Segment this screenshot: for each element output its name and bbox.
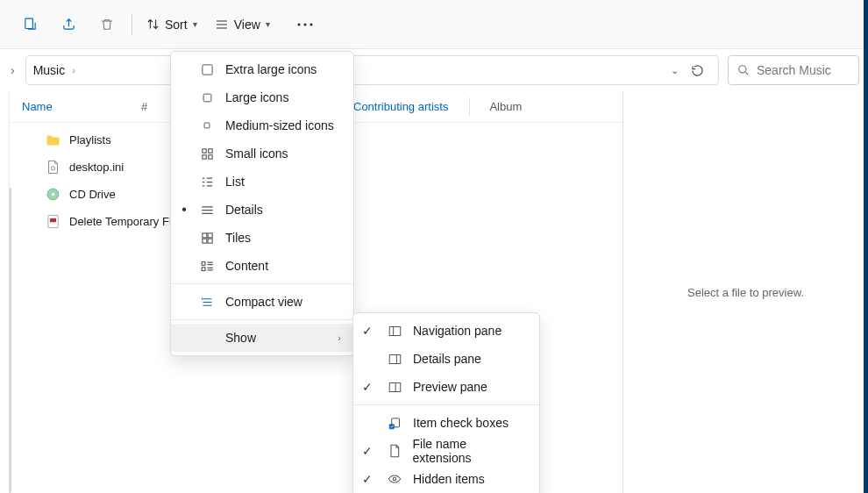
menu-item-compact-view[interactable]: Compact view: [171, 288, 353, 316]
svg-rect-11: [203, 94, 211, 102]
checkbox-icon: [387, 417, 402, 430]
menu-label: Show: [225, 331, 256, 345]
preview-empty-text: Select a file to preview.: [687, 286, 804, 299]
scrollbar[interactable]: [9, 188, 11, 493]
preview-pane: Select a file to preview.: [623, 91, 868, 493]
folder-icon: [45, 134, 60, 146]
breadcrumb-wrap: Music › ⌄: [25, 55, 719, 85]
menu-separator: [353, 404, 539, 405]
more-button[interactable]: [286, 7, 324, 42]
chevron-right-icon: ›: [338, 332, 341, 343]
menu-item-navigation-pane[interactable]: ✓ Navigation pane: [353, 317, 539, 345]
menu-label: Item check boxes: [413, 416, 509, 430]
toolbar-separator: [132, 14, 132, 35]
search-placeholder: Search Music: [757, 63, 831, 77]
details-pane-icon: [387, 354, 402, 365]
menu-item-item-check-boxes[interactable]: Item check boxes: [353, 409, 539, 437]
svg-point-4: [739, 66, 746, 73]
search-icon: [737, 64, 750, 76]
menu-item-medium-icons[interactable]: Medium-sized icons: [171, 111, 353, 139]
cd-drive-icon: [45, 187, 60, 202]
row-label: CD Drive: [69, 188, 116, 201]
md-icon: [199, 119, 215, 132]
menu-item-small-icons[interactable]: Small icons: [171, 139, 353, 168]
content-icon: [199, 261, 215, 272]
svg-rect-17: [202, 232, 206, 237]
file-ext-icon: [387, 444, 402, 458]
ini-file-icon: [45, 160, 60, 175]
check-icon: ✓: [362, 380, 376, 394]
view-menu: Extra large icons Large icons Medium-siz…: [170, 51, 354, 356]
svg-point-1: [297, 23, 300, 25]
col-contributing[interactable]: Contributing artists: [341, 100, 460, 113]
bullet-selected: •: [180, 202, 189, 218]
menu-item-extra-large-icons[interactable]: Extra large icons: [171, 55, 353, 83]
menu-item-list[interactable]: List: [171, 168, 353, 196]
menu-item-preview-pane[interactable]: ✓ Preview pane: [353, 373, 539, 401]
svg-rect-16: [208, 154, 211, 158]
menu-item-file-name-extensions[interactable]: ✓ File name extensions: [353, 437, 539, 465]
svg-rect-15: [202, 154, 205, 158]
back-chevron-icon[interactable]: ›: [9, 63, 17, 77]
sort-button[interactable]: Sort ▾: [138, 7, 206, 42]
svg-rect-0: [25, 18, 32, 28]
nav-pane-icon: [387, 325, 402, 337]
menu-separator: [171, 283, 353, 284]
sm-icon: [199, 147, 215, 161]
menu-label: Details pane: [413, 352, 481, 366]
new-button[interactable]: [11, 7, 49, 42]
svg-rect-27: [389, 424, 394, 428]
svg-rect-13: [202, 148, 205, 152]
menu-label: Preview pane: [413, 380, 487, 394]
toolbar: Sort ▾ View ▾: [0, 0, 868, 49]
svg-rect-21: [202, 261, 205, 265]
svg-point-3: [309, 23, 312, 25]
svg-rect-20: [208, 239, 212, 243]
col-album[interactable]: Album: [469, 97, 534, 117]
exe-file-icon: [45, 214, 60, 229]
menu-separator: [171, 319, 353, 320]
view-button[interactable]: View ▾: [206, 7, 279, 42]
compact-icon: [199, 296, 215, 309]
hidden-icon: [387, 474, 402, 484]
svg-point-28: [393, 477, 395, 480]
row-label: desktop.ini: [69, 161, 124, 174]
show-submenu: ✓ Navigation pane Details pane ✓ Preview…: [352, 312, 540, 493]
window-edge: [864, 0, 868, 493]
xl-icon: [199, 63, 215, 76]
view-label: View: [234, 18, 260, 32]
menu-label: Compact view: [225, 295, 302, 309]
history-chevron-icon[interactable]: ⌄: [671, 65, 679, 76]
check-icon: ✓: [362, 324, 376, 338]
menu-label: List: [225, 175, 245, 189]
svg-rect-9: [49, 218, 55, 222]
menu-label: Extra large icons: [225, 62, 317, 76]
chevron-down-icon: ▾: [193, 19, 197, 29]
svg-rect-23: [389, 326, 401, 335]
row-label: Delete Temporary Fi...: [69, 215, 181, 228]
check-icon: ✓: [362, 444, 376, 458]
menu-label: Hidden items: [413, 472, 485, 486]
menu-label: File name extensions: [413, 437, 527, 465]
chevron-right-icon[interactable]: ›: [68, 65, 79, 75]
menu-item-large-icons[interactable]: Large icons: [171, 83, 353, 111]
menu-label: Large icons: [225, 90, 288, 104]
svg-point-7: [51, 193, 54, 196]
svg-rect-10: [202, 64, 211, 74]
refresh-icon[interactable]: [691, 64, 704, 77]
menu-item-content[interactable]: Content: [171, 252, 353, 280]
list-icon: [199, 176, 215, 188]
menu-item-details-pane[interactable]: Details pane: [353, 345, 539, 373]
menu-item-tiles[interactable]: Tiles: [171, 224, 353, 252]
col-name[interactable]: Name: [10, 100, 141, 113]
svg-rect-25: [389, 382, 401, 391]
svg-rect-19: [202, 239, 206, 243]
search-input[interactable]: Search Music: [728, 55, 859, 85]
menu-item-hidden-items[interactable]: ✓ Hidden items: [353, 465, 539, 493]
menu-item-show[interactable]: Show ›: [171, 324, 353, 352]
menu-label: Tiles: [225, 231, 251, 245]
delete-button[interactable]: [88, 7, 126, 42]
menu-item-details[interactable]: • Details: [171, 196, 353, 224]
share-button[interactable]: [49, 7, 88, 42]
breadcrumb-current[interactable]: Music: [33, 63, 66, 77]
